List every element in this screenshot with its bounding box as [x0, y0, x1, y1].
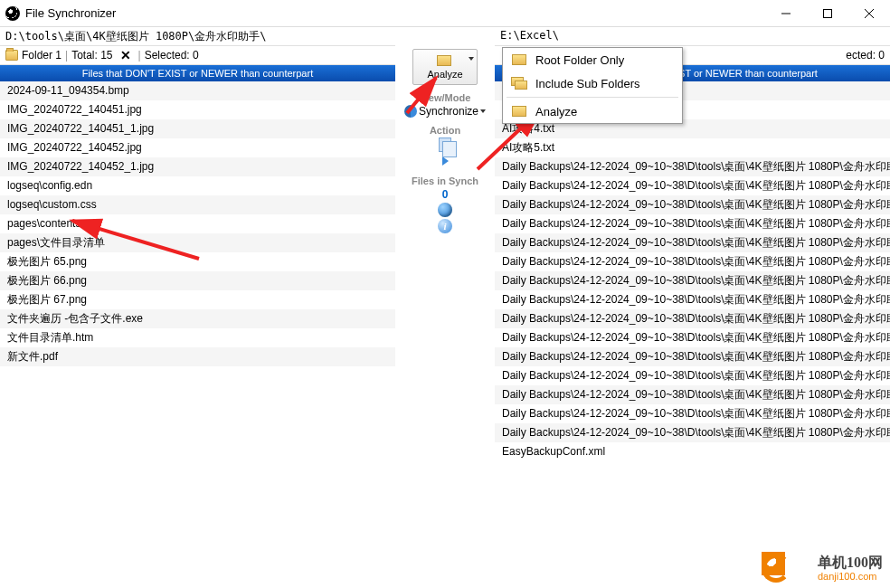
file-row[interactable]: Daily Backups\24-12-2024_09~10~38\D\tool…: [495, 157, 890, 176]
file-row[interactable]: Daily Backups\24-12-2024_09~10~38\D\tool…: [495, 309, 890, 328]
watermark: + 单机100网 danji100.com: [762, 552, 883, 584]
window-title: File Synchronizer: [25, 6, 116, 20]
analyze-icon: [510, 104, 528, 119]
left-pane: Folder 1 | Total: 15 ✕ | Selected: 0 Fil…: [0, 45, 395, 588]
file-row[interactable]: 极光图片 67.png: [0, 290, 395, 309]
dropdown-analyze[interactable]: Analyze: [503, 100, 682, 123]
info-button[interactable]: i: [438, 219, 452, 233]
file-row[interactable]: logseq\custom.css: [0, 195, 395, 214]
file-row[interactable]: 文件夹遍历 -包含子文件.exe: [0, 309, 395, 328]
svg-rect-1: [824, 9, 832, 17]
sync-count: 0: [442, 188, 449, 201]
watermark-logo: +: [762, 552, 812, 584]
left-path[interactable]: D:\tools\桌面\4K壁纸图片 1080P\金舟水印助手\: [0, 27, 395, 45]
analyze-label: Analyze: [427, 69, 462, 80]
dropdown-label: Root Folder Only: [535, 53, 624, 67]
synchronize-button[interactable]: Synchronize: [404, 105, 486, 118]
file-row[interactable]: logseq\config.edn: [0, 176, 395, 195]
sync-icon: [404, 105, 417, 118]
separator: |: [65, 49, 68, 62]
file-row[interactable]: Daily Backups\24-12-2024_09~10~38\D\tool…: [495, 366, 890, 385]
right-pane: ected: 0 IST or NEWER than counterpart A…: [495, 45, 890, 588]
separator: |: [138, 49, 141, 62]
left-file-list[interactable]: 2024-09-11_094354.bmpIMG_20240722_140451…: [0, 81, 395, 588]
watermark-cn: 单机100网: [818, 555, 883, 571]
dropdown-label: Include Sub Folders: [535, 77, 640, 90]
dropdown-caret-icon: [480, 109, 486, 113]
minimize-button[interactable]: [765, 0, 807, 27]
analyze-icon: [437, 55, 453, 68]
arrow-right-icon: [442, 156, 449, 166]
watermark-en: danji100.com: [818, 571, 883, 582]
file-row[interactable]: 极光图片 66.png: [0, 271, 395, 290]
left-list-header[interactable]: Files that DON'T EXIST or NEWER than cou…: [0, 65, 395, 81]
minimize-icon: [781, 9, 791, 18]
folder-icon: [5, 50, 18, 61]
file-row[interactable]: 2024-09-11_094354.bmp: [0, 81, 395, 100]
copy-button[interactable]: [438, 138, 452, 152]
close-button[interactable]: [848, 0, 890, 27]
left-pane-header: Folder 1 | Total: 15 ✕ | Selected: 0: [0, 45, 395, 65]
file-row[interactable]: Daily Backups\24-12-2024_09~10~38\D\tool…: [495, 290, 890, 309]
action-label: Action: [430, 125, 460, 136]
file-row[interactable]: 新文件.pdf: [0, 347, 395, 366]
globe-icon: [438, 203, 452, 217]
copy-icon: [439, 138, 451, 152]
file-row[interactable]: IMG_20240722_140452_1.jpg: [0, 157, 395, 176]
dropdown-caret-icon: [469, 57, 474, 61]
selected-label-right: ected: 0: [846, 49, 885, 62]
right-file-list[interactable]: AI攻略2.txtAI攻略3.txtAI攻略4.txtAI攻略5.txtDail…: [495, 81, 890, 588]
file-row[interactable]: Daily Backups\24-12-2024_09~10~38\D\tool…: [495, 328, 890, 347]
file-row[interactable]: AI攻略5.txt: [495, 138, 890, 157]
dropdown-include-sub[interactable]: Include Sub Folders: [503, 71, 682, 95]
synchronize-label: Synchronize: [419, 105, 478, 118]
file-row[interactable]: Daily Backups\24-12-2024_09~10~38\D\tool…: [495, 423, 890, 442]
maximize-icon: [823, 9, 832, 18]
dropdown-label: Analyze: [535, 105, 577, 119]
file-row[interactable]: Daily Backups\24-12-2024_09~10~38\D\tool…: [495, 233, 890, 252]
titlebar: File Synchronizer: [0, 0, 890, 27]
file-row[interactable]: Daily Backups\24-12-2024_09~10~38\D\tool…: [495, 214, 890, 233]
file-row[interactable]: Daily Backups\24-12-2024_09~10~38\D\tool…: [495, 347, 890, 366]
file-row[interactable]: Daily Backups\24-12-2024_09~10~38\D\tool…: [495, 404, 890, 423]
file-row[interactable]: pages\文件目录清单: [0, 233, 395, 252]
dropdown-root-only[interactable]: Root Folder Only: [503, 48, 682, 71]
maximize-button[interactable]: [807, 0, 848, 27]
close-icon: [865, 9, 874, 18]
folder-icon: [510, 52, 528, 67]
web-button[interactable]: [438, 203, 452, 217]
clear-icon[interactable]: ✕: [117, 48, 135, 62]
dropdown-separator: [507, 97, 678, 98]
file-row[interactable]: IMG_20240722_140452.jpg: [0, 138, 395, 157]
file-row[interactable]: pages\contents.md: [0, 214, 395, 233]
right-path[interactable]: E:\Excel\: [495, 27, 890, 45]
path-row: D:\tools\桌面\4K壁纸图片 1080P\金舟水印助手\ E:\Exce…: [0, 27, 890, 45]
selected-label: Selected: 0: [145, 49, 199, 62]
file-row[interactable]: Daily Backups\24-12-2024_09~10~38\D\tool…: [495, 176, 890, 195]
app-icon: [5, 6, 20, 21]
window-controls: [765, 0, 890, 27]
files-in-sync-label: Files in Synch: [412, 175, 478, 186]
folder-label[interactable]: Folder 1: [22, 49, 62, 62]
file-row[interactable]: Daily Backups\24-12-2024_09~10~38\D\tool…: [495, 385, 890, 404]
file-row[interactable]: EasyBackupConf.xml: [495, 442, 890, 461]
file-row[interactable]: 极光图片 65.png: [0, 252, 395, 271]
file-row[interactable]: 文件目录清单.htm: [0, 328, 395, 347]
file-row[interactable]: IMG_20240722_140451_1.jpg: [0, 119, 395, 138]
total-label: Total: 15: [71, 49, 112, 62]
file-row[interactable]: Daily Backups\24-12-2024_09~10~38\D\tool…: [495, 271, 890, 290]
view-mode-label: View/Mode: [420, 92, 471, 103]
analyze-button[interactable]: Analyze: [412, 49, 478, 85]
file-row[interactable]: Daily Backups\24-12-2024_09~10~38\D\tool…: [495, 252, 890, 271]
file-row[interactable]: IMG_20240722_140451.jpg: [0, 100, 395, 119]
folders-icon: [510, 76, 528, 90]
file-row[interactable]: Daily Backups\24-12-2024_09~10~38\D\tool…: [495, 195, 890, 214]
info-icon: i: [438, 219, 452, 233]
analyze-dropdown: Root Folder Only Include Sub Folders Ana…: [502, 47, 683, 124]
middle-panel: Analyze View/Mode Synchronize Action Fil…: [395, 45, 495, 588]
